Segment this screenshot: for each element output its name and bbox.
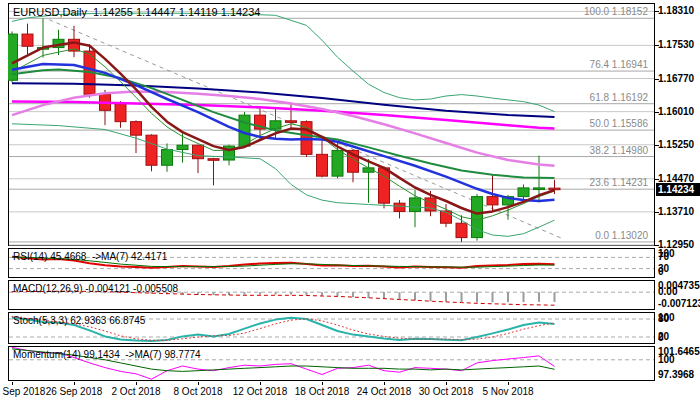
bull-candle bbox=[410, 198, 421, 212]
bear-candle bbox=[193, 145, 204, 159]
date-tick bbox=[198, 382, 199, 385]
macd-histogram-bar bbox=[554, 292, 556, 302]
indicator-scale-label: 0.00 bbox=[658, 287, 700, 297]
date-label: 12 Oct 2018 bbox=[225, 386, 295, 397]
macd-histogram-bar bbox=[244, 292, 246, 295]
indicator-scale-label: 0 bbox=[658, 333, 700, 343]
fib-label: 0.0 1.13020 bbox=[595, 230, 648, 241]
bear-candle bbox=[317, 154, 328, 176]
date-label: 24 Oct 2018 bbox=[349, 386, 419, 397]
bull-candle bbox=[534, 188, 545, 190]
date-tick bbox=[508, 382, 509, 385]
macd-label: MACD(12,26,9) -0.004121 -0.005508 bbox=[13, 283, 178, 294]
date-tick bbox=[136, 382, 137, 385]
price-axis-tick bbox=[655, 11, 659, 12]
fib-label: 76.4 1.16941 bbox=[590, 59, 649, 70]
macd-histogram-bar bbox=[383, 292, 385, 299]
fib-label: 61.8 1.16192 bbox=[590, 92, 649, 103]
macd-histogram-bar bbox=[306, 292, 308, 295]
fib-label: 38.2 1.14980 bbox=[590, 145, 649, 156]
bear-candle bbox=[131, 122, 142, 136]
price-axis-label: 1.16770 bbox=[658, 74, 700, 84]
indicator-scale-label: -0.007123 bbox=[658, 299, 700, 309]
bear-candle bbox=[379, 168, 390, 203]
date-tick bbox=[322, 382, 323, 385]
macd-histogram-bar bbox=[337, 292, 339, 296]
bull-candle bbox=[162, 150, 173, 166]
rsi-label: RSI(14) 45.4668 ->MA(7) 42.4171 bbox=[13, 251, 167, 262]
price-axis-tick bbox=[655, 245, 659, 246]
main-chart-panel[interactable]: 100.0 1.1815276.4 1.1694161.8 1.1619250.… bbox=[8, 3, 655, 246]
price-axis-label: 1.15250 bbox=[658, 140, 700, 150]
macd-histogram-bar bbox=[523, 292, 525, 302]
macd-panel[interactable]: MACD(12,26,9) -0.004121 -0.005508 bbox=[8, 280, 655, 310]
macd-histogram-bar bbox=[445, 292, 447, 301]
indicator-scale-label: 97.3968 bbox=[658, 370, 700, 380]
indicator-scale-label: 100 bbox=[658, 355, 700, 365]
stochastic-label: Stoch(5,3,3) 62.9363 66.8745 bbox=[13, 315, 145, 326]
fib-label: 100.0 1.18152 bbox=[584, 6, 648, 17]
macd-histogram-bar bbox=[290, 292, 292, 294]
current-price-box: 1.14234 bbox=[656, 183, 700, 196]
date-tick bbox=[260, 382, 261, 385]
indicator-scale-label: 0 bbox=[658, 267, 700, 277]
price-axis-tick bbox=[655, 45, 659, 46]
price-axis-tick bbox=[655, 79, 659, 80]
bear-candle bbox=[208, 159, 219, 161]
macd-histogram-bar bbox=[476, 292, 478, 302]
date-tick bbox=[446, 382, 447, 385]
price-axis-label: 1.13710 bbox=[658, 207, 700, 217]
bull-candle bbox=[332, 150, 343, 176]
macd-histogram-bar bbox=[507, 292, 509, 302]
time-axis[interactable]: 20 Sep 201826 Sep 20182 Oct 20188 Oct 20… bbox=[0, 382, 700, 400]
macd-histogram-bar bbox=[414, 292, 416, 300]
macd-histogram-bar bbox=[430, 292, 432, 301]
price-axis-label: 1.16010 bbox=[658, 107, 700, 117]
price-axis-tick bbox=[655, 145, 659, 146]
date-tick bbox=[384, 382, 385, 385]
price-axis-label: 1.18310 bbox=[658, 6, 700, 16]
macd-histogram-bar bbox=[399, 292, 401, 300]
date-label: 8 Oct 2018 bbox=[163, 386, 233, 397]
price-axis-tick bbox=[655, 179, 659, 180]
bear-candle bbox=[146, 135, 157, 165]
bull-candle bbox=[518, 188, 529, 197]
date-label: 30 Oct 2018 bbox=[411, 386, 481, 397]
macd-histogram-bar bbox=[538, 292, 540, 302]
momentum-panel[interactable]: Momentum(14) 99.1434 ->MA(7) 98.7774 bbox=[8, 346, 655, 381]
price-axis-tick bbox=[655, 112, 659, 113]
fib-label: 23.6 1.14231 bbox=[590, 177, 649, 188]
date-label: 18 Oct 2018 bbox=[287, 386, 357, 397]
bear-candle bbox=[286, 121, 297, 123]
macd-histogram-bar bbox=[213, 292, 215, 295]
indicator-scale-label: 70 bbox=[658, 252, 700, 262]
macd-histogram-bar bbox=[259, 292, 261, 294]
macd-histogram-bar bbox=[368, 292, 370, 298]
macd-histogram-bar bbox=[352, 292, 354, 297]
rsi-panel[interactable]: RSI(14) 45.4668 ->MA(7) 42.4171 bbox=[8, 248, 655, 278]
macd-histogram-bar bbox=[321, 292, 323, 296]
main-chart-plot: 100.0 1.1815276.4 1.1694161.8 1.1619250.… bbox=[8, 3, 655, 246]
price-axis-tick bbox=[655, 212, 659, 213]
stochastic-panel[interactable]: Stoch(5,3,3) 62.9363 66.8745 bbox=[8, 312, 655, 344]
macd-histogram-bar bbox=[461, 292, 463, 302]
indicator-scale-label: 80 bbox=[658, 314, 700, 324]
bear-candle bbox=[115, 104, 126, 122]
fib-label: 50.0 1.15586 bbox=[590, 118, 649, 129]
date-label: 2 Oct 2018 bbox=[101, 386, 171, 397]
chart-window: 100.0 1.1815276.4 1.1694161.8 1.1619250.… bbox=[0, 0, 700, 400]
macd-histogram-bar bbox=[275, 292, 277, 294]
bear-candle bbox=[456, 223, 467, 237]
date-label: 5 Nov 2018 bbox=[473, 386, 543, 397]
date-label: 26 Sep 2018 bbox=[39, 386, 109, 397]
bear-candle bbox=[487, 197, 498, 205]
bear-candle bbox=[394, 203, 405, 211]
date-tick bbox=[12, 382, 13, 385]
price-axis[interactable]: 1.183101.175301.167701.160101.152501.144… bbox=[656, 0, 700, 400]
bear-candle bbox=[549, 188, 560, 190]
momentum-label: Momentum(14) 99.1434 ->MA(7) 98.7774 bbox=[13, 349, 201, 360]
bear-candle bbox=[22, 34, 33, 46]
date-tick bbox=[74, 382, 75, 385]
price-axis-label: 1.17530 bbox=[658, 40, 700, 50]
bull-candle bbox=[177, 145, 188, 149]
